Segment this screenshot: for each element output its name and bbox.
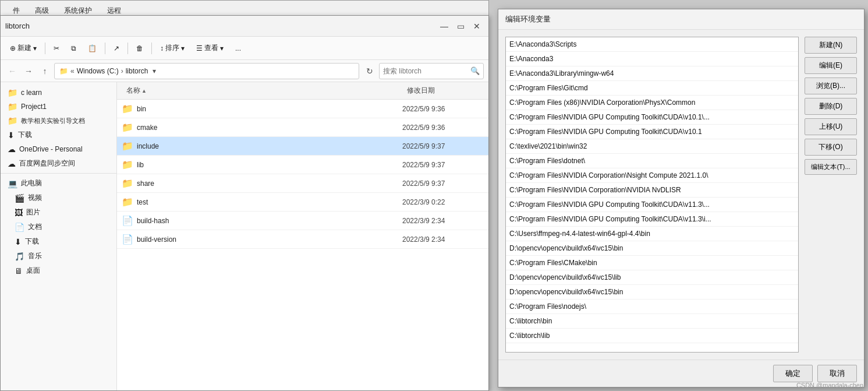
env-item-11[interactable]: C:\Program Files\NVIDIA GPU Computing To… (506, 198, 798, 212)
file-row-bin[interactable]: 📁 bin 2022/5/9 9:36 (117, 100, 488, 118)
file-row-build-version[interactable]: 📄 build-version 2022/3/9 2:34 (117, 230, 488, 249)
baidu-icon: ☁ (8, 159, 16, 168)
file-build-version-icon: 📄 (122, 234, 133, 245)
file-row-test[interactable]: 📁 test 2022/3/9 0:22 (117, 193, 488, 212)
folder-share-icon: 📁 (122, 178, 133, 189)
file-explorer-window: libtorch — ▭ ✕ ⊕ 新建 ▾ ✂ ⧉ 📋 ↗ 🗑 (0, 15, 489, 391)
file-row-cmake[interactable]: 📁 cmake 2022/5/9 9:36 (117, 118, 488, 137)
file-date-lib: 2022/5/9 9:37 (402, 161, 484, 169)
env-item-1[interactable]: E:\Anaconda3 (506, 52, 798, 66)
env-item-2[interactable]: E:\Anaconda3\Library\mingw-w64 (506, 66, 798, 81)
delete-button[interactable]: 🗑 (132, 42, 148, 55)
env-item-18[interactable]: C:\Program Files\nodejs\ (506, 300, 798, 314)
env-variable-list[interactable]: E:\Anaconda3\Scripts E:\Anaconda3 E:\Ana… (505, 37, 799, 353)
env-item-10[interactable]: C:\Program Files\NVIDIA Corporation\NVID… (506, 183, 798, 198)
cancel-button[interactable]: 取消 (817, 365, 857, 382)
sidebar-label-downloads2: 下载 (25, 237, 39, 246)
sidebar-item-onedrive[interactable]: ☁ OneDrive - Personal (1, 142, 116, 156)
sidebar-label-desktop: 桌面 (26, 266, 40, 276)
back-button[interactable]: ← (5, 64, 19, 78)
maximize-button[interactable]: ▭ (454, 19, 467, 33)
address-path[interactable]: 📁 « Windows (C:) › libtorch ▾ (54, 63, 359, 79)
file-row-lib[interactable]: 📁 lib 2022/5/9 9:37 (117, 156, 488, 174)
more-button[interactable]: ... (231, 42, 246, 55)
sidebar-item-this-pc[interactable]: 💻 此电脑 (1, 176, 116, 191)
col-header-name[interactable]: 名称 ▲ (122, 82, 402, 99)
sidebar-item-c-learn[interactable]: 📁 c learn (1, 86, 116, 100)
file-row-share[interactable]: 📁 share 2022/5/9 9:37 (117, 174, 488, 193)
sidebar-label-baidu: 百度网盘同步空间 (19, 158, 75, 168)
env-item-17[interactable]: D:\opencv\opencv\build\x64\vc15\bin (506, 285, 798, 300)
sort-arrow-icon: ▲ (141, 88, 147, 94)
browse-env-button[interactable]: 浏览(B)... (805, 78, 857, 94)
sidebar-label-teaching-docs: 教学相关实验引导文档 (21, 117, 85, 125)
file-date-build-version: 2022/3/9 2:34 (402, 235, 484, 244)
env-item-16[interactable]: D:\opencv\opencv\build\x64\vc15\lib (506, 270, 798, 285)
env-list-container: E:\Anaconda3\Scripts E:\Anaconda3 E:\Ana… (505, 37, 799, 353)
sidebar-item-baiduPan[interactable]: ☁ 百度网盘同步空间 (1, 156, 116, 171)
new-env-button[interactable]: 新建(N) (805, 37, 857, 54)
view-icon: ☰ (196, 44, 203, 52)
minimize-button[interactable]: — (437, 19, 451, 33)
sort-button[interactable]: ↕ 排序 ▾ (155, 41, 189, 55)
env-item-14[interactable]: D:\opencv\opencv\build\x64\vc15\bin (506, 241, 798, 256)
sidebar-item-teaching-docs[interactable]: 📁 教学相关实验引导文档 (1, 114, 116, 128)
env-item-7[interactable]: C:\texlive\2021\bin\win32 (506, 139, 798, 154)
up-button[interactable]: ↑ (38, 64, 52, 78)
sidebar-item-music[interactable]: 🎵 音乐 (1, 249, 116, 263)
folder-icon: 📁 (59, 67, 68, 75)
share-button[interactable]: ↗ (109, 42, 124, 55)
sidebar-item-documents[interactable]: 📄 文档 (1, 220, 116, 234)
search-input[interactable] (383, 67, 470, 75)
toolbar-sep-4 (151, 43, 152, 54)
sort-icon: ↕ (160, 44, 164, 52)
share-icon: ↗ (114, 44, 119, 52)
move-down-button[interactable]: 下移(O) (805, 139, 857, 156)
paste-button[interactable]: 📋 (83, 42, 101, 55)
edit-env-button[interactable]: 编辑(E) (805, 57, 857, 74)
cut-button[interactable]: ✂ (49, 42, 64, 55)
sidebar-label-project1: Project1 (21, 103, 47, 111)
sidebar-item-pictures[interactable]: 🖼 图片 (1, 205, 116, 220)
env-item-20[interactable]: C:\libtorch\lib (506, 329, 798, 343)
env-item-8[interactable]: C:\Program Files\dotnet\ (506, 154, 798, 168)
env-item-4[interactable]: C:\Program Files (x86)\NVIDIA Corporatio… (506, 96, 798, 110)
ok-button[interactable]: 确定 (773, 365, 813, 382)
sidebar-item-downloads[interactable]: ⬇ 下载 (1, 128, 116, 142)
close-button[interactable]: ✕ (470, 19, 484, 33)
sidebar-item-video[interactable]: 🎬 视频 (1, 191, 116, 205)
explorer-titlebar: libtorch — ▭ ✕ (1, 16, 488, 37)
edit-text-button[interactable]: 编辑文本(T)... (805, 159, 857, 175)
new-button[interactable]: ⊕ 新建 ▾ (5, 41, 41, 55)
file-date-share: 2022/5/9 9:37 (402, 179, 484, 188)
forward-button[interactable]: → (22, 64, 36, 78)
refresh-button[interactable]: ↻ (363, 64, 377, 78)
sidebar-item-desktop[interactable]: 🖥 桌面 (1, 263, 116, 278)
folder-teaching-icon: 📁 (8, 116, 17, 125)
env-item-3[interactable]: C:\Program Files\Git\cmd (506, 81, 798, 96)
search-box[interactable]: 🔍 (379, 63, 484, 79)
file-row-build-hash[interactable]: 📄 build-hash 2022/3/9 2:34 (117, 212, 488, 230)
env-item-19[interactable]: C:\libtorch\bin (506, 314, 798, 329)
file-row-include[interactable]: 📁 include 2022/5/9 9:37 (117, 137, 488, 156)
sidebar-divider-1 (1, 173, 116, 174)
env-item-6[interactable]: C:\Program Files\NVIDIA GPU Computing To… (506, 125, 798, 139)
col-header-date[interactable]: 修改日期 (402, 82, 484, 99)
env-item-12[interactable]: C:\Program Files\NVIDIA GPU Computing To… (506, 212, 798, 227)
copy-button[interactable]: ⧉ (66, 42, 81, 55)
sidebar-label-video: 视频 (28, 193, 42, 203)
sidebar-item-project1[interactable]: 📁 Project1 (1, 100, 116, 114)
delete-env-button[interactable]: 删除(D) (805, 98, 857, 115)
env-item-15[interactable]: C:\Program Files\CMake\bin (506, 256, 798, 270)
toolbar-sep-2 (105, 43, 105, 54)
onedrive-icon: ☁ (8, 145, 16, 154)
titlebar-controls: — ▭ ✕ (437, 19, 484, 33)
env-item-5[interactable]: C:\Program Files\NVIDIA GPU Computing To… (506, 110, 798, 125)
env-item-9[interactable]: C:\Program Files\NVIDIA Corporation\Nsig… (506, 168, 798, 183)
sidebar-item-downloads2[interactable]: ⬇ 下载 (1, 234, 116, 249)
view-button[interactable]: ☰ 查看 ▾ (192, 41, 228, 55)
move-up-button[interactable]: 上移(U) (805, 118, 857, 135)
toolbar-sep-1 (45, 43, 45, 54)
env-item-13[interactable]: C:\Users\ffmpeg-n4.4-latest-win64-gpl-4.… (506, 227, 798, 241)
env-item-0[interactable]: E:\Anaconda3\Scripts (506, 37, 798, 52)
